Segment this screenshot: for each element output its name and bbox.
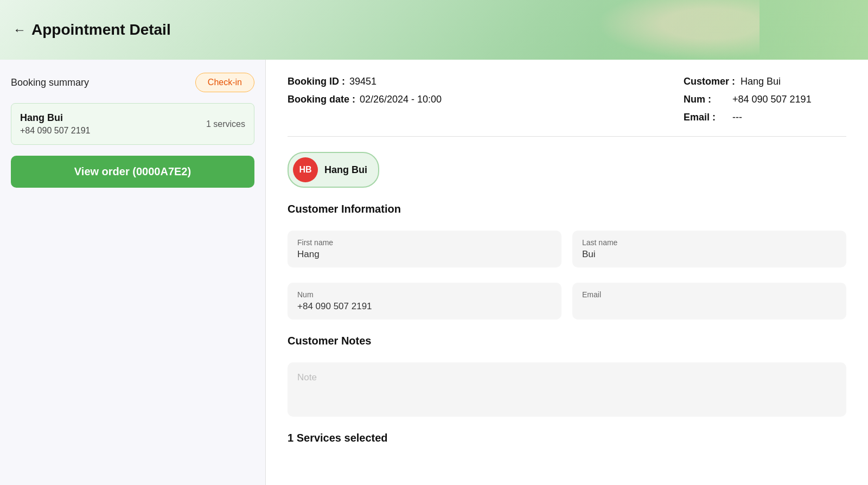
first-name-value: Hang [297,249,552,260]
booking-right: Customer : Hang Bui Num : +84 090 507 21… [684,76,846,123]
num-field[interactable]: Num +84 090 507 2191 [288,283,561,320]
customer-name-sidebar: Hang Bui [20,112,90,124]
num-label: Num [297,290,552,299]
customer-badge: HB Hang Bui [288,152,846,188]
booking-info-row: Booking ID : 39451 Booking date : 02/26/… [288,76,846,137]
customer-email-value: --- [732,112,742,123]
booking-id-field: Booking ID : 39451 [288,76,442,87]
notes-placeholder: Note [297,372,317,383]
customer-name-field: Customer : Hang Bui [684,76,781,87]
banner-decoration [597,0,760,60]
back-button[interactable]: ← Appointment Detail [13,21,171,39]
checkin-button[interactable]: Check-in [195,73,254,92]
customer-notes-section: Customer Notes [288,335,846,347]
last-name-value: Bui [582,249,837,260]
services-count: 1 services [206,119,245,129]
last-name-label: Last name [582,238,837,247]
email-field[interactable]: Email [572,283,846,320]
customer-email-label: Email : [684,112,727,123]
booking-date-value: 02/26/2024 - 10:00 [360,94,442,105]
num-value: +84 090 507 2191 [297,301,552,312]
header-banner: ← Appointment Detail [0,0,868,60]
avatar: HB [293,157,318,182]
back-arrow-icon: ← [13,22,26,37]
customer-notes-heading: Customer Notes [288,335,846,347]
page-title: Appointment Detail [31,21,171,39]
last-name-field[interactable]: Last name Bui [572,231,846,267]
sidebar: Booking summary Check-in Hang Bui +84 09… [0,60,266,485]
customer-card: Hang Bui +84 090 507 2191 1 services [11,103,254,145]
booking-id-label: Booking ID : [288,76,345,87]
customer-name-value: Hang Bui [741,76,781,87]
notes-area[interactable]: Note [288,362,846,417]
name-form-row: First name Hang Last name Bui [288,231,846,267]
first-name-label: First name [297,238,552,247]
contact-form-row: Num +84 090 507 2191 Email [288,283,846,320]
customer-phone-sidebar: +84 090 507 2191 [20,126,90,136]
customer-information-section: Customer Information [288,203,846,215]
email-label: Email [582,290,837,299]
booking-summary-header: Booking summary Check-in [11,73,254,92]
booking-date-label: Booking date : [288,94,355,105]
booking-summary-label: Booking summary [11,77,89,88]
booking-date-field: Booking date : 02/26/2024 - 10:00 [288,94,442,105]
right-panel: Booking ID : 39451 Booking date : 02/26/… [266,60,868,485]
customer-information-heading: Customer Information [288,203,846,215]
customer-num-value: +84 090 507 2191 [732,94,812,105]
booking-left: Booking ID : 39451 Booking date : 02/26/… [288,76,442,105]
customer-num-label: Num : [684,94,727,105]
badge-name: Hang Bui [324,164,367,176]
view-order-button[interactable]: View order (0000A7E2) [11,156,254,188]
first-name-field[interactable]: First name Hang [288,231,561,267]
customer-info-left: Hang Bui +84 090 507 2191 [20,112,90,136]
booking-id-value: 39451 [349,76,376,87]
customer-name-label: Customer : [684,76,735,87]
services-selected-label: 1 Services selected [288,432,846,444]
customer-num-field: Num : +84 090 507 2191 [684,94,812,105]
main-content: Booking summary Check-in Hang Bui +84 09… [0,60,868,485]
customer-email-field: Email : --- [684,112,742,123]
